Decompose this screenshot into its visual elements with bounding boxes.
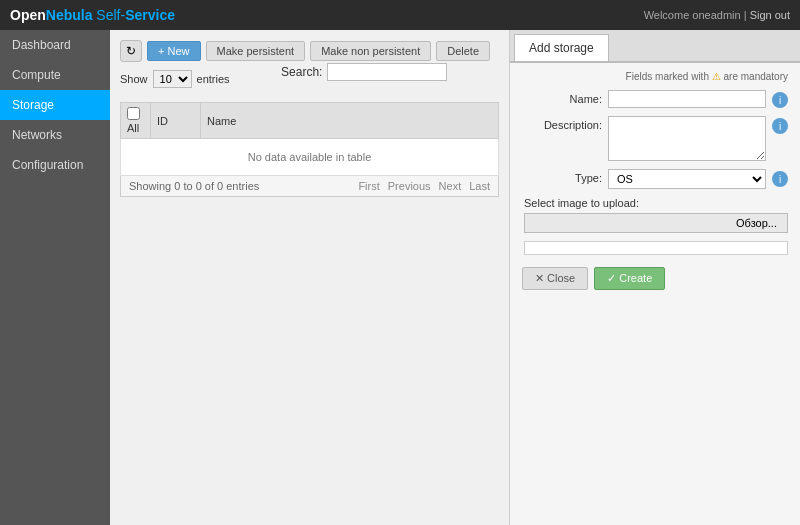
show-entries: Show 10 25 50 entries bbox=[120, 70, 230, 88]
sidebar-item-configuration[interactable]: Configuration bbox=[0, 150, 110, 180]
signout-link[interactable]: Sign out bbox=[750, 9, 790, 21]
col-checkbox: All bbox=[121, 103, 151, 139]
col-id[interactable]: ID bbox=[151, 103, 201, 139]
close-button[interactable]: ✕ Close bbox=[522, 267, 588, 290]
showing-text: Showing 0 to 0 of 0 entries bbox=[129, 180, 259, 192]
left-panel: ↻ + New Make persistent Make non persist… bbox=[110, 30, 510, 525]
sidebar-item-storage[interactable]: Storage bbox=[0, 90, 110, 120]
no-data-cell: No data available in table bbox=[121, 139, 499, 176]
table-row-nodata: No data available in table bbox=[121, 139, 499, 176]
upload-progress-bar bbox=[524, 241, 788, 255]
add-storage-tab[interactable]: Add storage bbox=[514, 34, 609, 61]
description-row: Description: i bbox=[522, 116, 788, 161]
upload-section: Select image to upload: Обзор... bbox=[522, 197, 788, 255]
make-persistent-button[interactable]: Make persistent bbox=[206, 41, 306, 61]
search-row: Show 10 25 50 entries Search: bbox=[120, 70, 499, 96]
description-label: Description: bbox=[522, 116, 602, 131]
toolbar: ↻ + New Make persistent Make non persist… bbox=[120, 40, 499, 62]
pagination-last: Last bbox=[469, 180, 490, 192]
logo-open: Open bbox=[10, 7, 46, 23]
refresh-button[interactable]: ↻ bbox=[120, 40, 142, 62]
pagination-previous: Previous bbox=[388, 180, 431, 192]
description-info-icon: i bbox=[772, 118, 788, 134]
user-info: Welcome oneadmin | Sign out bbox=[644, 9, 790, 21]
main: ↻ + New Make persistent Make non persist… bbox=[110, 30, 800, 525]
entries-select[interactable]: 10 25 50 bbox=[153, 70, 192, 88]
make-non-persistent-button[interactable]: Make non persistent bbox=[310, 41, 431, 61]
logo-selfservice: Self-Service bbox=[92, 7, 175, 23]
select-all-label: All bbox=[127, 122, 139, 134]
sidebar: Dashboard Compute Storage Networks Confi… bbox=[0, 30, 110, 525]
content-area: ↻ + New Make persistent Make non persist… bbox=[110, 30, 800, 525]
logo: OpenNebula Self-Service bbox=[10, 7, 175, 23]
panel-body: Fields marked with ⚠ are mandatory Name:… bbox=[510, 63, 800, 298]
upload-label: Select image to upload: bbox=[522, 197, 788, 209]
description-textarea[interactable] bbox=[608, 116, 766, 161]
form-actions: ✕ Close ✓ Create bbox=[522, 267, 788, 290]
data-table: All ID Name No data available in table bbox=[120, 102, 499, 176]
pagination-links: First Previous Next Last bbox=[358, 180, 490, 192]
create-button[interactable]: ✓ Create bbox=[594, 267, 665, 290]
type-label: Type: bbox=[522, 169, 602, 184]
name-row: Name: i bbox=[522, 90, 788, 108]
type-row: Type: OS CDROM DATABLOCK i bbox=[522, 169, 788, 189]
select-all-checkbox[interactable] bbox=[127, 107, 140, 120]
name-info-icon: i bbox=[772, 92, 788, 108]
layout: Dashboard Compute Storage Networks Confi… bbox=[0, 30, 800, 525]
panel-tab: Add storage bbox=[510, 30, 800, 63]
sidebar-item-dashboard[interactable]: Dashboard bbox=[0, 30, 110, 60]
col-name[interactable]: Name bbox=[201, 103, 499, 139]
logo-nebula: Nebula bbox=[46, 7, 93, 23]
pagination-area: Showing 0 to 0 of 0 entries First Previo… bbox=[120, 176, 499, 197]
new-button[interactable]: + New bbox=[147, 41, 201, 61]
welcome-text: Welcome oneadmin bbox=[644, 9, 741, 21]
pagination-first: First bbox=[358, 180, 379, 192]
sidebar-item-networks[interactable]: Networks bbox=[0, 120, 110, 150]
type-info-icon: i bbox=[772, 171, 788, 187]
show-label: Show bbox=[120, 73, 148, 85]
sidebar-item-compute[interactable]: Compute bbox=[0, 60, 110, 90]
browse-button[interactable]: Обзор... bbox=[524, 213, 788, 233]
search-box: Search: bbox=[281, 63, 447, 81]
header: OpenNebula Self-Service Welcome oneadmin… bbox=[0, 0, 800, 30]
search-input[interactable] bbox=[327, 63, 447, 81]
mandatory-note: Fields marked with ⚠ are mandatory bbox=[522, 71, 788, 82]
type-select[interactable]: OS CDROM DATABLOCK bbox=[608, 169, 766, 189]
right-panel: Add storage Fields marked with ⚠ are man… bbox=[510, 30, 800, 525]
delete-button[interactable]: Delete bbox=[436, 41, 490, 61]
mandatory-icon: ⚠ bbox=[712, 71, 724, 82]
name-label: Name: bbox=[522, 90, 602, 105]
entries-label: entries bbox=[197, 73, 230, 85]
search-label: Search: bbox=[281, 65, 322, 79]
pagination-next: Next bbox=[439, 180, 462, 192]
name-input[interactable] bbox=[608, 90, 766, 108]
